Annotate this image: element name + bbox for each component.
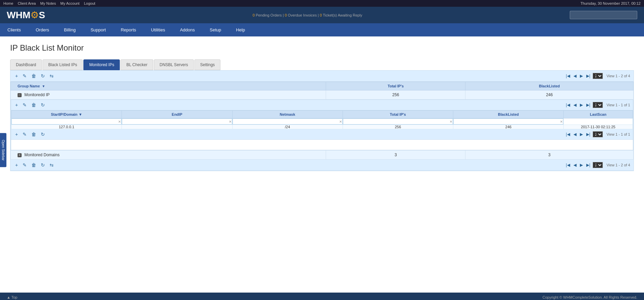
bottom-add-btn[interactable]: + (14, 162, 19, 168)
tabs-container: DashBoard Black Listed IPs Monitored IPs… (10, 59, 634, 70)
tab-blacklisted-ips[interactable]: Black Listed IPs (43, 59, 83, 70)
sub-toolbar-left-1: + ✎ 🗑 ↻ (14, 102, 565, 108)
logo-gear-icon: ⚙ (30, 9, 39, 21)
sub-edit-btn-1[interactable]: ✎ (21, 102, 28, 108)
tab-monitored-ips[interactable]: Monitored IPs (83, 59, 120, 70)
prev-page-btn[interactable]: ◀ (572, 73, 578, 79)
group-row-1[interactable]: − Monitoredd IP 256 246 (11, 90, 634, 100)
tickets-label: Ticket(s) Awaiting Reply (323, 13, 362, 17)
sub-next-btn-1[interactable]: ▶ (579, 102, 584, 108)
filter-bl-input[interactable] (453, 118, 563, 125)
filter-totalips-clear[interactable]: ✕ (450, 120, 452, 124)
overdue-label: Overdue Invoices | (288, 13, 320, 17)
sub-col-startip[interactable]: StartIP/Domain ▼ (11, 111, 122, 118)
edit-button[interactable]: ✎ (21, 73, 28, 79)
nav-orders[interactable]: Orders (28, 23, 57, 36)
nav-reports[interactable]: Reports (113, 23, 144, 36)
bottom-next-btn[interactable]: ▶ (579, 162, 584, 168)
group-total-ips-2: 3 (326, 151, 465, 160)
bottom-refresh-btn[interactable]: ↻ (39, 162, 46, 168)
bottom-first-btn[interactable]: |◀ (565, 162, 571, 168)
nav-home[interactable]: Home (3, 1, 13, 5)
shuffle-button[interactable]: ⇆ (48, 73, 55, 79)
sub-add-btn-1[interactable]: + (14, 102, 19, 108)
copyright-text: Copyright © WHMCompleteSolution. All Rig… (542, 295, 637, 299)
sub-toolbar-bottom-left-1: + ✎ 🗑 ↻ (14, 131, 565, 138)
filter-row-1: ✕ ✕ (11, 118, 633, 125)
cell-lastscan-1: 2017-11-30 02:11:25 (564, 125, 633, 129)
nav-client-area[interactable]: Client Area (18, 1, 36, 5)
sub-first-btn-1[interactable]: |◀ (565, 102, 571, 108)
delete-button[interactable]: 🗑 (30, 73, 37, 79)
nav-my-account[interactable]: My Account (60, 1, 80, 5)
nav-support[interactable]: Support (83, 23, 113, 36)
refresh-button[interactable]: ↻ (39, 73, 46, 79)
empty-area (11, 140, 633, 150)
col-total-ips-header: Total IP's (326, 82, 465, 90)
filter-totalips-input[interactable] (343, 118, 453, 125)
outer-table-container: + ✎ 🗑 ↻ ⇆ |◀ ◀ ▶ ▶| 20 50 100 View 1 - 2… (10, 70, 634, 171)
page-size-select[interactable]: 20 50 100 (593, 73, 603, 79)
sub-delete-btn-1[interactable]: 🗑 (30, 102, 37, 108)
col-group-name-header[interactable]: Group Name ▼ (11, 82, 326, 90)
top-date: Thursday, 30 November 2017, 00:12 (581, 1, 641, 5)
sub-bottom-first-btn[interactable]: |◀ (565, 132, 571, 137)
sub-refresh-btn-1[interactable]: ↻ (39, 102, 46, 108)
expand-icon-2[interactable]: + (18, 153, 22, 157)
bottom-delete-btn[interactable]: 🗑 (30, 162, 37, 168)
nav-logout[interactable]: Logout (84, 1, 96, 5)
header-notices: 0 Pending Orders | 0 Overdue Invoices | … (45, 13, 570, 17)
sub-bottom-view-text: View 1 - 1 of 1 (607, 132, 630, 136)
tab-dashboard[interactable]: DashBoard (10, 59, 42, 70)
collapse-icon-1[interactable]: − (18, 93, 22, 97)
group-blacklisted-1: 246 (465, 90, 634, 100)
group-row-2[interactable]: + Monitored Domains 3 3 (11, 151, 634, 160)
filter-netmask-clear[interactable]: ✕ (339, 120, 342, 124)
filter-bl-clear[interactable]: ✕ (560, 120, 563, 124)
tab-settings[interactable]: Settings (194, 59, 220, 70)
nav-utilities[interactable]: Utilities (143, 23, 172, 36)
nav-billing[interactable]: Billing (56, 23, 83, 36)
bottom-edit-btn[interactable]: ✎ (21, 162, 28, 168)
sub-prev-btn-1[interactable]: ◀ (572, 102, 578, 108)
nav-addons[interactable]: Addons (172, 23, 202, 36)
add-button[interactable]: + (14, 73, 19, 79)
last-page-btn[interactable]: ▶| (585, 73, 591, 79)
nav-clients[interactable]: Clients (0, 23, 28, 36)
bottom-last-btn[interactable]: ▶| (585, 162, 591, 168)
sub-bottom-page-size[interactable]: 20 (593, 131, 603, 137)
back-to-top-link[interactable]: ▲ Top (7, 295, 17, 299)
next-page-btn[interactable]: ▶ (579, 73, 584, 79)
search-input[interactable] (570, 11, 637, 19)
bottom-page-size-select[interactable]: 20 50 100 (593, 162, 603, 168)
cell-endip-1 (122, 125, 232, 129)
nav-my-notes[interactable]: My Notes (40, 1, 56, 5)
nav-setup[interactable]: Setup (202, 23, 229, 36)
filter-endip-input[interactable] (122, 118, 232, 125)
sub-bottom-edit-btn[interactable]: ✎ (21, 131, 28, 138)
first-page-btn[interactable]: |◀ (565, 73, 571, 79)
filter-endip-clear[interactable]: ✕ (229, 120, 232, 124)
filter-lastscan (564, 118, 633, 125)
bottom-shuffle-btn[interactable]: ⇆ (48, 162, 55, 168)
sub-last-btn-1[interactable]: ▶| (585, 102, 591, 108)
sub-bottom-add-btn[interactable]: + (14, 131, 19, 138)
sub-toolbar-bottom-1: + ✎ 🗑 ↻ |◀ ◀ ▶ ▶| (11, 129, 633, 140)
sub-bottom-next-btn[interactable]: ▶ (579, 132, 584, 137)
filter-netmask-input[interactable] (233, 118, 343, 125)
tab-dnsbl-servers[interactable]: DNSBL Servers (154, 59, 194, 70)
bottom-prev-btn[interactable]: ◀ (572, 162, 578, 168)
cell-blacklisted-1: 246 (453, 125, 564, 129)
filter-startip-clear[interactable]: ✕ (118, 120, 121, 124)
sub-bottom-prev-btn[interactable]: ◀ (572, 132, 578, 137)
sub-bottom-last-btn[interactable]: ▶| (585, 132, 591, 137)
sub-page-size-1[interactable]: 20 50 (593, 102, 603, 108)
sub-bottom-delete-btn[interactable]: 🗑 (30, 131, 37, 138)
sub-toolbar-right-1: |◀ ◀ ▶ ▶| 20 50 View 1 - 1 of (565, 102, 630, 108)
filter-startip-input[interactable] (11, 118, 122, 125)
group-table: Group Name ▼ Total IP's BlackListed − Mo… (10, 82, 634, 160)
sub-bottom-refresh-btn[interactable]: ↻ (39, 131, 46, 138)
sidebar-toggle[interactable]: Open Sidebar (0, 133, 6, 167)
tab-bl-checker[interactable]: BL Checker (120, 59, 153, 70)
nav-help[interactable]: Help (229, 23, 252, 36)
